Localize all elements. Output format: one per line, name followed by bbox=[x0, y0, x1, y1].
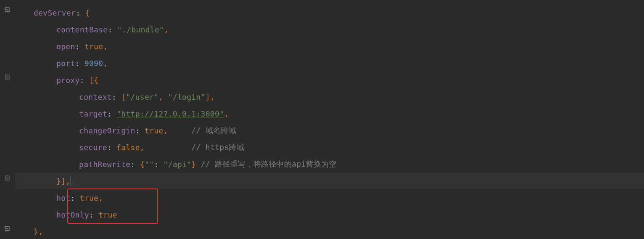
bracket: [ bbox=[121, 93, 126, 101]
prop-key: changeOrigin bbox=[79, 126, 135, 135]
boolean-literal: true bbox=[84, 42, 103, 51]
prop-key: open bbox=[56, 42, 75, 51]
colon: : bbox=[135, 126, 145, 135]
code-line: devServer: { bbox=[15, 4, 644, 21]
comma: , bbox=[140, 143, 145, 152]
colon: : bbox=[107, 109, 116, 118]
prop-key: pathRewrite bbox=[79, 160, 131, 169]
fold-icon[interactable] bbox=[4, 7, 10, 13]
prop-key: context bbox=[79, 93, 112, 101]
code-line: port: 9090, bbox=[15, 55, 644, 72]
code-line: changeOrigin: true, // 域名跨域 bbox=[15, 122, 644, 139]
spacer bbox=[145, 143, 191, 152]
fold-icon[interactable] bbox=[4, 175, 10, 181]
string-literal: "/login" bbox=[168, 93, 206, 101]
code-line: secure: false, // https跨域 bbox=[15, 139, 644, 156]
brace: } bbox=[191, 160, 196, 169]
spacer bbox=[196, 160, 201, 169]
fold-icon[interactable] bbox=[4, 226, 10, 231]
code-line: }, bbox=[15, 223, 644, 239]
colon: : bbox=[75, 59, 84, 68]
colon: : bbox=[76, 8, 85, 17]
comma: , bbox=[38, 227, 43, 236]
bracket: ] bbox=[206, 93, 210, 101]
code-line: proxy: [{ bbox=[15, 72, 644, 88]
comment: // 域名跨域 bbox=[191, 125, 236, 135]
comma: , bbox=[224, 109, 229, 118]
prop-key: secure bbox=[79, 143, 107, 152]
code-line: pathRewrite: {"": "/api"} // 路径重写，将路径中的a… bbox=[15, 156, 644, 173]
comma: , bbox=[210, 93, 215, 101]
code-line: open: true, bbox=[15, 38, 644, 55]
colon: : bbox=[107, 143, 116, 152]
colon: : bbox=[108, 25, 117, 34]
bracket: [{ bbox=[89, 76, 98, 85]
string-literal: "./bundle" bbox=[117, 25, 164, 34]
comma: , bbox=[103, 59, 108, 68]
code-line: contentBase: "./bundle", bbox=[15, 21, 644, 38]
string-literal: "http://127.0.0.1:3000" bbox=[116, 109, 224, 118]
string-literal: "/user" bbox=[126, 93, 158, 101]
colon: : bbox=[112, 93, 121, 101]
bracket: }] bbox=[56, 177, 66, 186]
fold-icon[interactable] bbox=[4, 74, 10, 80]
comma: , bbox=[164, 25, 169, 34]
code-line: target: "http://127.0.0.1:3000", bbox=[15, 105, 644, 122]
prop-key: devServer bbox=[34, 8, 76, 17]
prop-key: proxy bbox=[56, 76, 80, 85]
brace: } bbox=[34, 227, 38, 236]
comma: , bbox=[164, 126, 168, 135]
prop-key: target bbox=[79, 109, 107, 118]
comment: // 路径重写，将路径中的api替换为空 bbox=[201, 159, 337, 169]
brace: { bbox=[85, 8, 90, 17]
colon: : bbox=[75, 42, 84, 51]
text-cursor bbox=[71, 176, 71, 186]
comma: , bbox=[158, 93, 168, 101]
boolean-literal: false bbox=[116, 143, 140, 152]
code-editor[interactable]: devServer: { contentBase: "./bundle", op… bbox=[0, 0, 644, 239]
prop-key: contentBase bbox=[56, 25, 108, 34]
brace: { bbox=[140, 160, 145, 169]
code-area[interactable]: devServer: { contentBase: "./bundle", op… bbox=[15, 0, 644, 239]
number-literal: 9090 bbox=[84, 59, 103, 68]
gutter bbox=[0, 0, 15, 239]
boolean-literal: true bbox=[145, 126, 164, 135]
comma: , bbox=[103, 42, 108, 51]
comma: , bbox=[66, 177, 70, 186]
prop-key: port bbox=[56, 59, 75, 68]
highlight-annotation bbox=[67, 189, 158, 224]
code-line: context: ["/user", "/login"], bbox=[15, 88, 644, 105]
string-literal: "" bbox=[145, 160, 154, 169]
spacer bbox=[168, 126, 192, 135]
colon: : bbox=[131, 160, 140, 169]
colon: : bbox=[154, 160, 163, 169]
code-line-active: }], bbox=[15, 173, 644, 189]
string-literal: "/api" bbox=[164, 160, 192, 169]
colon: : bbox=[80, 76, 89, 85]
comment: // https跨域 bbox=[191, 142, 244, 152]
